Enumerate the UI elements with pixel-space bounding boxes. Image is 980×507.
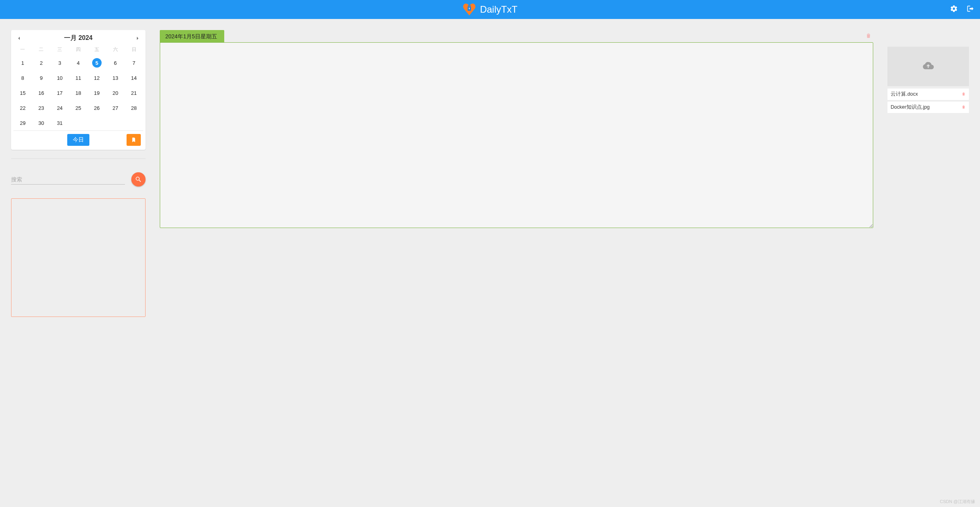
next-month-button[interactable] [134,35,141,41]
logout-icon[interactable] [967,5,974,14]
calendar-day[interactable]: 19 [87,87,106,99]
today-button[interactable]: 今日 [67,134,89,146]
bookmark-button[interactable] [127,134,141,146]
calendar-day[interactable]: 4 [69,57,88,69]
calendar-day[interactable]: 1 [13,57,32,69]
calendar-day[interactable]: 13 [106,72,125,84]
calendar-day[interactable]: 15 [13,87,32,99]
delete-file-icon[interactable] [961,104,966,111]
calendar-day[interactable]: 8 [13,72,32,84]
entry-date-tab: 2024年1月5日星期五 [160,30,224,43]
calendar-weekday: 二 [32,44,51,54]
brand: DailyTxT [463,3,518,16]
calendar-weekday: 三 [51,44,69,54]
file-name: Docker知识点.jpg [891,104,961,111]
calendar-day[interactable]: 27 [106,102,125,114]
calendar-day[interactable]: 14 [125,72,143,84]
calendar-day[interactable]: 18 [69,87,88,99]
calendar-weekday: 一 [13,44,32,54]
calendar-day[interactable]: 25 [69,102,88,114]
file-name: 云计算.docx [891,91,961,98]
calendar-weekday: 六 [106,44,125,54]
calendar-day[interactable]: 31 [51,117,69,129]
calendar-weekday: 五 [87,44,106,54]
search-results [11,198,146,317]
calendar-day[interactable]: 11 [69,72,88,84]
heart-lock-icon [463,3,476,16]
calendar-day[interactable]: 30 [32,117,51,129]
calendar-day[interactable]: 29 [13,117,32,129]
entry-editor[interactable] [160,42,873,228]
calendar-day[interactable]: 12 [87,72,106,84]
search-bar [11,172,146,187]
svg-rect-3 [469,8,469,9]
calendar-title: 一月 2024 [64,34,93,42]
cloud-upload-icon [923,60,934,73]
divider [11,158,146,159]
calendar-day[interactable]: 21 [125,87,143,99]
search-button[interactable] [131,172,146,187]
calendar-day[interactable]: 23 [32,102,51,114]
search-input[interactable] [11,175,125,185]
calendar-day[interactable]: 20 [106,87,125,99]
calendar-day[interactable]: 6 [106,57,125,69]
calendar-day[interactable]: 3 [51,57,69,69]
calendar-day[interactable]: 7 [125,57,143,69]
delete-file-icon[interactable] [961,91,966,98]
calendar-day[interactable]: 10 [51,72,69,84]
app-title: DailyTxT [480,4,518,15]
delete-entry-button[interactable] [865,32,872,41]
calendar-day[interactable]: 22 [13,102,32,114]
gear-icon[interactable] [950,5,958,14]
file-item[interactable]: 云计算.docx [887,89,969,100]
calendar-day[interactable]: 17 [51,87,69,99]
calendar-day[interactable]: 16 [32,87,51,99]
calendar-day[interactable]: 28 [125,102,143,114]
calendar-day[interactable]: 2 [32,57,51,69]
upload-dropzone[interactable] [887,47,969,86]
calendar-day[interactable]: 9 [32,72,51,84]
calendar: 一月 2024 一二三四五六日1234567891011121314151617… [11,30,146,150]
calendar-day[interactable]: 26 [87,102,106,114]
header-actions [950,5,974,14]
file-item[interactable]: Docker知识点.jpg [887,102,969,113]
calendar-weekday: 四 [69,44,88,54]
calendar-day[interactable]: 5 [87,57,106,69]
app-header: DailyTxT [0,0,980,19]
prev-month-button[interactable] [16,35,22,41]
calendar-weekday: 日 [125,44,143,54]
calendar-day[interactable]: 24 [51,102,69,114]
